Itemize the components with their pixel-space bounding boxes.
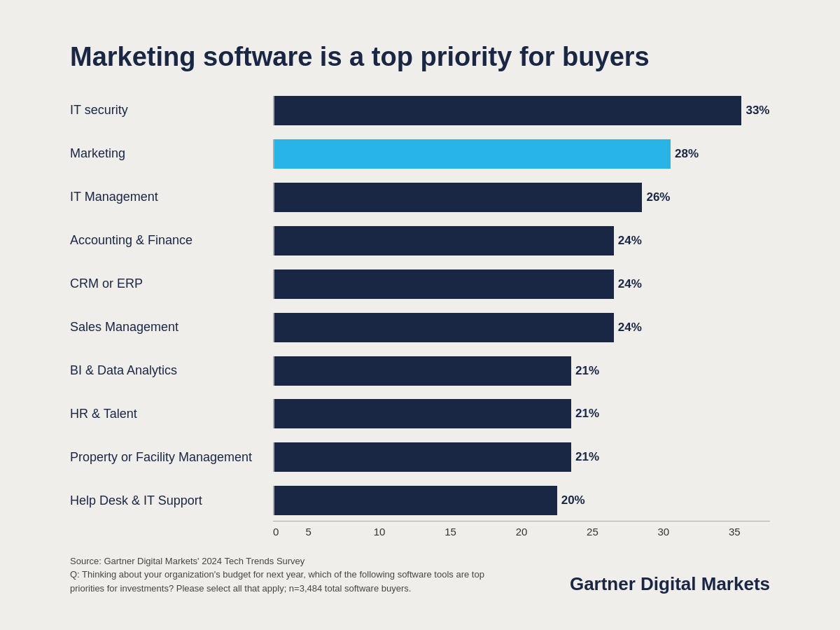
bar-track: 20% [273,486,770,515]
bar-label: BI & Data Analytics [70,363,273,379]
bar-fill [273,356,571,386]
x-tick: 30 [628,526,699,538]
bar-label: Property or Facility Management [70,449,273,465]
footer: Source: Gartner Digital Markets' 2024 Te… [70,554,770,596]
bar-row: BI & Data Analytics21% [70,356,770,386]
bar-track: 28% [273,139,770,169]
bar-track: 21% [273,442,770,472]
bar-track: 21% [273,356,770,386]
bar-track: 24% [273,270,770,299]
bar-row: CRM or ERP24% [70,270,770,299]
bar-label: IT Management [70,189,273,205]
bar-fill [273,442,571,472]
bar-value-label: 21% [575,450,599,464]
bar-label: Marketing [70,146,273,162]
bar-track: 24% [273,313,770,342]
x-tick: 20 [486,526,556,538]
bar-label: HR & Talent [70,406,273,422]
bar-row: Property or Facility Management21% [70,442,770,472]
bar-row: Help Desk & IT Support20% [70,486,770,515]
bar-row: IT security33% [70,96,770,125]
bar-fill [273,399,571,428]
source-line1: Source: Gartner Digital Markets' 2024 Te… [70,554,518,568]
chart-body: IT security33%Marketing28%IT Management2… [70,94,770,518]
bar-label: IT security [70,102,273,118]
x-tick: 25 [557,526,628,538]
bar-value-label: 26% [646,190,670,204]
chart-card: Marketing software is a top priority for… [35,14,805,616]
bar-row: IT Management26% [70,183,770,212]
bar-fill [273,96,741,125]
bar-track: 24% [273,226,770,255]
bar-value-label: 24% [618,234,642,248]
bar-fill [273,486,557,515]
bar-row: Accounting & Finance24% [70,226,770,255]
page-title: Marketing software is a top priority for… [70,42,770,73]
bar-label: CRM or ERP [70,276,273,292]
bar-row: HR & Talent21% [70,399,770,428]
bar-label: Accounting & Finance [70,232,273,248]
bar-value-label: 24% [618,277,642,291]
bar-fill [273,226,614,255]
bar-label: Help Desk & IT Support [70,493,273,509]
bar-value-label: 33% [746,104,769,118]
footer-source: Source: Gartner Digital Markets' 2024 Te… [70,554,518,596]
bar-fill [273,139,671,169]
brand-name: Gartner Digital Markets [570,573,770,595]
bar-track: 21% [273,399,770,428]
bar-value-label: 21% [575,364,599,378]
bar-label: Sales Management [70,319,273,335]
x-tick: 5 [273,526,344,538]
bar-fill [273,183,642,212]
bar-value-label: 28% [675,147,699,161]
x-tick: 15 [415,526,486,538]
bar-row: Marketing28% [70,139,770,169]
bar-track: 33% [273,96,770,125]
chart-area: IT security33%Marketing28%IT Management2… [70,94,770,538]
source-line2: Q: Thinking about your organization's bu… [70,568,518,595]
x-axis: 05101520253035 [273,521,770,538]
bar-fill [273,313,614,342]
x-tick: 10 [344,526,414,538]
bar-value-label: 21% [575,407,599,421]
x-tick: 35 [699,526,770,538]
bar-fill [273,270,614,299]
bar-value-label: 24% [618,321,642,335]
bar-row: Sales Management24% [70,313,770,342]
bar-track: 26% [273,183,770,212]
bar-value-label: 20% [561,493,585,507]
